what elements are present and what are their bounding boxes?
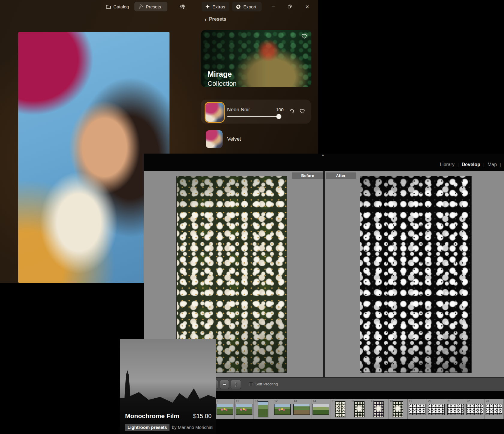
filmstrip-cell[interactable]: 20 xyxy=(427,399,446,419)
minimize-icon: – xyxy=(272,4,275,10)
soft-proofing-checkbox[interactable] xyxy=(249,382,253,386)
filmstrip-cell[interactable]: 22 xyxy=(465,399,484,419)
filmstrip-cell[interactable]: 13 xyxy=(292,399,311,419)
close-icon: × xyxy=(305,3,309,10)
catalog-label: Catalog xyxy=(113,4,129,9)
panel-collapse-triangle-icon[interactable]: ▲ xyxy=(322,153,324,156)
extras-button[interactable]: Extras xyxy=(202,2,229,11)
photo-thumbnail xyxy=(374,401,384,417)
pane-divider xyxy=(323,171,325,377)
photo-thumbnail xyxy=(466,404,483,415)
export-button[interactable]: Export xyxy=(232,2,262,11)
photo-thumbnail xyxy=(217,404,233,415)
after-label: After xyxy=(326,172,356,179)
magic-wand-icon xyxy=(138,4,143,9)
photo-thumbnail xyxy=(274,404,291,415)
editor-toolbar: Catalog Presets xyxy=(0,0,318,13)
undo-icon[interactable] xyxy=(289,109,295,115)
swap-before-after-button[interactable] xyxy=(231,380,241,389)
module-separator: | xyxy=(483,162,484,167)
photo-thumbnail xyxy=(354,401,364,417)
photo-index: 11 xyxy=(255,400,258,403)
screen: Catalog Presets xyxy=(0,0,504,434)
close-button[interactable]: × xyxy=(302,2,312,11)
photo-thumbnail xyxy=(428,404,445,415)
preset-row-velvet[interactable]: Velvet xyxy=(201,127,311,151)
filmstrip-cell[interactable]: 21 xyxy=(446,399,465,419)
mirage-collection-card[interactable]: Mirage Collection xyxy=(201,30,311,87)
after-label-text: After xyxy=(336,173,346,178)
preset-name: Velvet xyxy=(227,136,241,142)
photo-thumbnail xyxy=(258,401,268,417)
filmstrip-cell[interactable]: 23 xyxy=(484,399,504,419)
chevron-left-icon: ‹ xyxy=(205,17,207,21)
photo-index: 14 xyxy=(313,400,316,403)
photo-index: 12 xyxy=(274,400,278,403)
favorite-heart-icon[interactable] xyxy=(299,109,305,115)
filmstrip-cell[interactable]: 12 xyxy=(273,399,292,419)
filmstrip: 9 10 11 12 13 14 xyxy=(215,399,504,419)
favorite-heart-icon[interactable] xyxy=(301,34,307,40)
photo-thumbnail xyxy=(393,401,403,417)
photo-index: 20 xyxy=(428,400,431,403)
store-card-price: $15.00 xyxy=(193,413,212,420)
preset-name: Neon Noir xyxy=(227,107,250,113)
copy-before-to-after-button[interactable] xyxy=(220,380,229,389)
filmstrip-cell[interactable]: 11 xyxy=(254,399,273,419)
velvet-thumbnail xyxy=(206,130,223,148)
presets-back-button[interactable]: ‹ Presets xyxy=(205,16,226,22)
store-card-meta: Lightroom presets by Mariano Morichini xyxy=(125,424,213,431)
module-library[interactable]: Library xyxy=(440,162,454,167)
catalog-button[interactable]: Catalog xyxy=(102,2,133,11)
photo-thumbnail xyxy=(236,404,252,415)
before-label-text: Before xyxy=(301,173,314,178)
filmstrip-cell[interactable]: 17 xyxy=(369,399,388,419)
photo-index: 13 xyxy=(293,400,297,403)
presets-label: Presets xyxy=(146,4,161,9)
collection-title: Mirage xyxy=(208,70,232,79)
preset-row-neon-noir[interactable]: Neon Noir 100 xyxy=(201,100,311,124)
preset-amount-value: 100 xyxy=(261,107,284,112)
slider-knob[interactable] xyxy=(276,114,281,119)
preset-store-card[interactable]: Monochrome Film $15.00 Lightroom presets… xyxy=(120,339,216,434)
soft-proofing-label: Soft Proofing xyxy=(255,382,278,386)
module-map[interactable]: Map xyxy=(488,162,497,167)
store-card-title: Monochrome Film xyxy=(125,412,179,420)
filmstrip-cell[interactable]: 9 xyxy=(215,399,235,419)
before-label: Before xyxy=(292,172,323,179)
presets-back-label: Presets xyxy=(209,16,226,22)
adjustments-button[interactable] xyxy=(178,2,187,11)
sliders-icon xyxy=(179,4,185,9)
photo-index: 23 xyxy=(486,400,489,403)
collection-subtitle: Collection xyxy=(208,80,237,87)
preset-amount-slider[interactable] xyxy=(227,116,279,117)
restore-icon xyxy=(288,4,292,9)
export-label: Export xyxy=(243,4,256,9)
filmstrip-cell[interactable]: 16 xyxy=(350,399,369,419)
store-card-tag: Lightroom presets xyxy=(125,424,170,431)
photo-thumbnail xyxy=(447,404,464,415)
filmstrip-cell[interactable]: 10 xyxy=(235,399,254,419)
filmstrip-cell[interactable]: 18 xyxy=(388,399,408,419)
photo-thumbnail xyxy=(293,404,310,415)
photo-index: 9 xyxy=(217,400,218,403)
minimize-button[interactable]: – xyxy=(269,2,278,11)
preset-thumbnail-selected[interactable] xyxy=(205,102,225,123)
filmstrip-cell[interactable]: 15 xyxy=(331,399,350,419)
restore-button[interactable] xyxy=(285,2,295,11)
photo-thumbnail xyxy=(409,404,425,415)
extras-label: Extras xyxy=(212,4,225,9)
module-develop[interactable]: Develop xyxy=(462,162,480,167)
lightroom-top-panel: ▲ Library | Develop | Map | xyxy=(144,154,504,171)
filmstrip-cell[interactable]: 19 xyxy=(408,399,427,419)
presets-button[interactable]: Presets xyxy=(134,2,167,11)
photo-index: 22 xyxy=(466,400,470,403)
photo-thumbnail xyxy=(335,401,345,417)
neon-noir-thumbnail xyxy=(206,103,224,122)
sparkle-icon xyxy=(205,4,210,9)
photo-index: 19 xyxy=(409,400,412,403)
store-card-header: Monochrome Film $15.00 xyxy=(125,412,212,420)
photo-thumbnail xyxy=(313,404,329,415)
filmstrip-cell[interactable]: 14 xyxy=(311,399,331,419)
after-image-flowers-bw xyxy=(360,176,472,373)
